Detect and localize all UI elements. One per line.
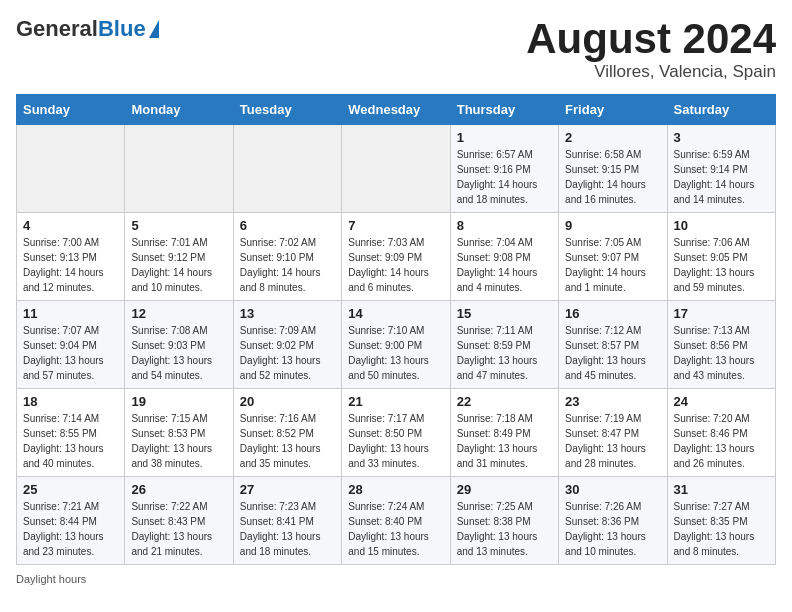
calendar-cell: 23Sunrise: 7:19 AMSunset: 8:47 PMDayligh… bbox=[559, 389, 667, 477]
calendar-cell: 12Sunrise: 7:08 AMSunset: 9:03 PMDayligh… bbox=[125, 301, 233, 389]
calendar-cell: 24Sunrise: 7:20 AMSunset: 8:46 PMDayligh… bbox=[667, 389, 775, 477]
day-number: 5 bbox=[131, 218, 226, 233]
day-number: 29 bbox=[457, 482, 552, 497]
day-number: 26 bbox=[131, 482, 226, 497]
day-number: 2 bbox=[565, 130, 660, 145]
column-header-friday: Friday bbox=[559, 95, 667, 125]
day-info: Sunrise: 7:21 AMSunset: 8:44 PMDaylight:… bbox=[23, 499, 118, 559]
calendar-cell: 6Sunrise: 7:02 AMSunset: 9:10 PMDaylight… bbox=[233, 213, 341, 301]
day-number: 9 bbox=[565, 218, 660, 233]
day-info: Sunrise: 7:02 AMSunset: 9:10 PMDaylight:… bbox=[240, 235, 335, 295]
day-info: Sunrise: 7:12 AMSunset: 8:57 PMDaylight:… bbox=[565, 323, 660, 383]
day-number: 1 bbox=[457, 130, 552, 145]
day-number: 10 bbox=[674, 218, 769, 233]
day-number: 30 bbox=[565, 482, 660, 497]
calendar-week-4: 18Sunrise: 7:14 AMSunset: 8:55 PMDayligh… bbox=[17, 389, 776, 477]
day-info: Sunrise: 7:22 AMSunset: 8:43 PMDaylight:… bbox=[131, 499, 226, 559]
footer-note: Daylight hours bbox=[16, 573, 776, 585]
day-info: Sunrise: 7:17 AMSunset: 8:50 PMDaylight:… bbox=[348, 411, 443, 471]
logo-blue-text: Blue bbox=[98, 16, 146, 42]
day-info: Sunrise: 7:13 AMSunset: 8:56 PMDaylight:… bbox=[674, 323, 769, 383]
day-number: 22 bbox=[457, 394, 552, 409]
day-info: Sunrise: 7:08 AMSunset: 9:03 PMDaylight:… bbox=[131, 323, 226, 383]
calendar-cell: 17Sunrise: 7:13 AMSunset: 8:56 PMDayligh… bbox=[667, 301, 775, 389]
calendar-cell: 2Sunrise: 6:58 AMSunset: 9:15 PMDaylight… bbox=[559, 125, 667, 213]
day-number: 24 bbox=[674, 394, 769, 409]
day-info: Sunrise: 7:24 AMSunset: 8:40 PMDaylight:… bbox=[348, 499, 443, 559]
logo: General Blue bbox=[16, 16, 159, 42]
day-number: 23 bbox=[565, 394, 660, 409]
calendar-cell bbox=[233, 125, 341, 213]
calendar-cell: 7Sunrise: 7:03 AMSunset: 9:09 PMDaylight… bbox=[342, 213, 450, 301]
day-info: Sunrise: 6:57 AMSunset: 9:16 PMDaylight:… bbox=[457, 147, 552, 207]
calendar-body: 1Sunrise: 6:57 AMSunset: 9:16 PMDaylight… bbox=[17, 125, 776, 565]
subtitle: Villores, Valencia, Spain bbox=[526, 62, 776, 82]
main-title: August 2024 bbox=[526, 16, 776, 62]
calendar-cell: 31Sunrise: 7:27 AMSunset: 8:35 PMDayligh… bbox=[667, 477, 775, 565]
calendar-cell bbox=[342, 125, 450, 213]
calendar-cell: 19Sunrise: 7:15 AMSunset: 8:53 PMDayligh… bbox=[125, 389, 233, 477]
day-number: 31 bbox=[674, 482, 769, 497]
calendar-cell: 13Sunrise: 7:09 AMSunset: 9:02 PMDayligh… bbox=[233, 301, 341, 389]
day-info: Sunrise: 7:14 AMSunset: 8:55 PMDaylight:… bbox=[23, 411, 118, 471]
column-header-sunday: Sunday bbox=[17, 95, 125, 125]
day-info: Sunrise: 7:23 AMSunset: 8:41 PMDaylight:… bbox=[240, 499, 335, 559]
calendar-cell: 8Sunrise: 7:04 AMSunset: 9:08 PMDaylight… bbox=[450, 213, 558, 301]
day-info: Sunrise: 7:20 AMSunset: 8:46 PMDaylight:… bbox=[674, 411, 769, 471]
calendar-cell: 21Sunrise: 7:17 AMSunset: 8:50 PMDayligh… bbox=[342, 389, 450, 477]
calendar-cell: 11Sunrise: 7:07 AMSunset: 9:04 PMDayligh… bbox=[17, 301, 125, 389]
day-number: 16 bbox=[565, 306, 660, 321]
day-number: 6 bbox=[240, 218, 335, 233]
day-number: 19 bbox=[131, 394, 226, 409]
column-header-monday: Monday bbox=[125, 95, 233, 125]
day-number: 7 bbox=[348, 218, 443, 233]
header-row: SundayMondayTuesdayWednesdayThursdayFrid… bbox=[17, 95, 776, 125]
day-info: Sunrise: 7:26 AMSunset: 8:36 PMDaylight:… bbox=[565, 499, 660, 559]
calendar-cell bbox=[125, 125, 233, 213]
calendar-cell: 20Sunrise: 7:16 AMSunset: 8:52 PMDayligh… bbox=[233, 389, 341, 477]
day-number: 11 bbox=[23, 306, 118, 321]
calendar-cell: 29Sunrise: 7:25 AMSunset: 8:38 PMDayligh… bbox=[450, 477, 558, 565]
calendar-cell: 26Sunrise: 7:22 AMSunset: 8:43 PMDayligh… bbox=[125, 477, 233, 565]
calendar-cell: 27Sunrise: 7:23 AMSunset: 8:41 PMDayligh… bbox=[233, 477, 341, 565]
day-info: Sunrise: 7:18 AMSunset: 8:49 PMDaylight:… bbox=[457, 411, 552, 471]
day-number: 28 bbox=[348, 482, 443, 497]
day-info: Sunrise: 7:09 AMSunset: 9:02 PMDaylight:… bbox=[240, 323, 335, 383]
day-info: Sunrise: 6:58 AMSunset: 9:15 PMDaylight:… bbox=[565, 147, 660, 207]
calendar-cell: 14Sunrise: 7:10 AMSunset: 9:00 PMDayligh… bbox=[342, 301, 450, 389]
calendar-cell: 28Sunrise: 7:24 AMSunset: 8:40 PMDayligh… bbox=[342, 477, 450, 565]
calendar-cell: 1Sunrise: 6:57 AMSunset: 9:16 PMDaylight… bbox=[450, 125, 558, 213]
calendar-cell: 16Sunrise: 7:12 AMSunset: 8:57 PMDayligh… bbox=[559, 301, 667, 389]
day-info: Sunrise: 7:10 AMSunset: 9:00 PMDaylight:… bbox=[348, 323, 443, 383]
day-number: 27 bbox=[240, 482, 335, 497]
calendar-cell: 10Sunrise: 7:06 AMSunset: 9:05 PMDayligh… bbox=[667, 213, 775, 301]
header: General Blue August 2024 Villores, Valen… bbox=[16, 16, 776, 82]
day-number: 12 bbox=[131, 306, 226, 321]
day-number: 13 bbox=[240, 306, 335, 321]
day-info: Sunrise: 7:15 AMSunset: 8:53 PMDaylight:… bbox=[131, 411, 226, 471]
column-header-tuesday: Tuesday bbox=[233, 95, 341, 125]
day-number: 21 bbox=[348, 394, 443, 409]
column-header-wednesday: Wednesday bbox=[342, 95, 450, 125]
day-number: 25 bbox=[23, 482, 118, 497]
day-info: Sunrise: 7:06 AMSunset: 9:05 PMDaylight:… bbox=[674, 235, 769, 295]
column-header-thursday: Thursday bbox=[450, 95, 558, 125]
day-info: Sunrise: 7:00 AMSunset: 9:13 PMDaylight:… bbox=[23, 235, 118, 295]
day-number: 17 bbox=[674, 306, 769, 321]
day-number: 20 bbox=[240, 394, 335, 409]
day-info: Sunrise: 7:11 AMSunset: 8:59 PMDaylight:… bbox=[457, 323, 552, 383]
day-info: Sunrise: 7:03 AMSunset: 9:09 PMDaylight:… bbox=[348, 235, 443, 295]
day-number: 18 bbox=[23, 394, 118, 409]
calendar-week-3: 11Sunrise: 7:07 AMSunset: 9:04 PMDayligh… bbox=[17, 301, 776, 389]
calendar-week-5: 25Sunrise: 7:21 AMSunset: 8:44 PMDayligh… bbox=[17, 477, 776, 565]
calendar-cell: 30Sunrise: 7:26 AMSunset: 8:36 PMDayligh… bbox=[559, 477, 667, 565]
calendar-week-2: 4Sunrise: 7:00 AMSunset: 9:13 PMDaylight… bbox=[17, 213, 776, 301]
day-number: 8 bbox=[457, 218, 552, 233]
calendar-cell: 9Sunrise: 7:05 AMSunset: 9:07 PMDaylight… bbox=[559, 213, 667, 301]
day-info: Sunrise: 7:19 AMSunset: 8:47 PMDaylight:… bbox=[565, 411, 660, 471]
day-info: Sunrise: 7:27 AMSunset: 8:35 PMDaylight:… bbox=[674, 499, 769, 559]
calendar-cell bbox=[17, 125, 125, 213]
calendar-cell: 5Sunrise: 7:01 AMSunset: 9:12 PMDaylight… bbox=[125, 213, 233, 301]
logo-triangle-icon bbox=[149, 20, 159, 38]
day-info: Sunrise: 7:01 AMSunset: 9:12 PMDaylight:… bbox=[131, 235, 226, 295]
